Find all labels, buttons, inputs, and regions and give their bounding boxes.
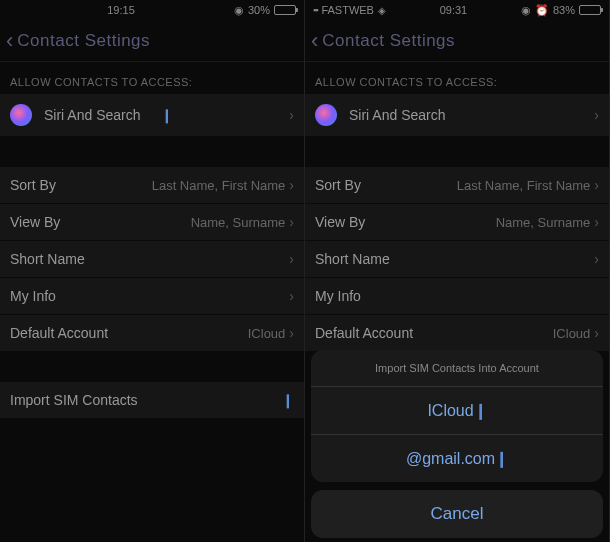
battery-icon [579, 5, 601, 15]
chevron-right-icon: › [289, 288, 294, 304]
siri-search-item[interactable]: Siri And Search ❙ › [0, 94, 304, 137]
my-info-item[interactable]: My Info › [0, 278, 304, 315]
action-cancel-button[interactable]: Cancel [311, 490, 603, 538]
sort-by-label: Sort By [315, 177, 457, 193]
chevron-right-icon: › [289, 177, 294, 193]
signal-icon: ▪▪ [313, 5, 317, 15]
action-option-gmail[interactable]: @gmail.com❙ [311, 435, 603, 482]
battery-percent: 30% [248, 4, 270, 16]
battery-percent: 83% [553, 4, 575, 16]
view-by-item[interactable]: View By Name, Surname › [0, 204, 304, 241]
nav-header: ‹ Contact Settings [0, 20, 304, 62]
chevron-right-icon: › [594, 325, 599, 341]
default-account-item[interactable]: Default Account ICloud › [0, 315, 304, 352]
sort-by-item[interactable]: Sort By Last Name, First Name › [0, 167, 304, 204]
cursor-icon: ❙ [161, 107, 173, 123]
view-by-item[interactable]: View By Name, Surname › [305, 204, 609, 241]
status-bar: 19:15 ◉ 30% [0, 0, 304, 20]
default-account-value: ICloud [553, 326, 591, 341]
sort-by-value: Last Name, First Name [457, 178, 591, 193]
default-account-label: Default Account [315, 325, 553, 341]
chevron-right-icon: › [594, 107, 599, 123]
default-account-item[interactable]: Default Account ICloud › [305, 315, 609, 352]
action-sheet: Import SIM Contacts Into Account ICloud❙… [311, 350, 603, 542]
status-time: 09:31 [386, 4, 521, 16]
sort-by-item[interactable]: Sort By Last Name, First Name › [305, 167, 609, 204]
chevron-right-icon: › [594, 251, 599, 267]
back-button[interactable]: ‹ [6, 28, 13, 54]
view-by-value: Name, Surname [191, 215, 286, 230]
back-button[interactable]: ‹ [311, 28, 318, 54]
short-name-label: Short Name [10, 251, 289, 267]
wifi-icon: ◈ [378, 5, 386, 16]
short-name-item[interactable]: Short Name › [0, 241, 304, 278]
siri-search-label: Siri And Search [44, 107, 161, 123]
section-access-header: ALLOW CONTACTS TO ACCESS: [0, 62, 304, 94]
sort-by-label: Sort By [10, 177, 152, 193]
siri-search-item[interactable]: Siri And Search › [305, 94, 609, 137]
page-title: Contact Settings [17, 31, 150, 51]
action-sheet-title: Import SIM Contacts Into Account [311, 350, 603, 387]
my-info-label: My Info [10, 288, 289, 304]
siri-icon [10, 104, 32, 126]
screen-right: ▪▪ FASTWEB ◈ 09:31 ◉ ⏰ 83% ‹ Contact Set… [305, 0, 610, 542]
chevron-right-icon: › [289, 107, 294, 123]
action-option-label: @gmail.com [406, 450, 495, 467]
chevron-right-icon: › [289, 251, 294, 267]
cursor-icon: ❙ [495, 450, 508, 467]
nav-header: ‹ Contact Settings [305, 20, 609, 62]
page-title: Contact Settings [322, 31, 455, 51]
my-info-label: My Info [315, 288, 599, 304]
cursor-icon: ❙ [282, 392, 294, 408]
short-name-item[interactable]: Short Name › [305, 241, 609, 278]
action-option-icloud[interactable]: ICloud❙ [311, 387, 603, 435]
default-account-label: Default Account [10, 325, 248, 341]
view-by-value: Name, Surname [496, 215, 591, 230]
spacer [0, 137, 304, 167]
chevron-right-icon: › [594, 214, 599, 230]
alarm-icon: ⏰ [535, 4, 549, 17]
chevron-right-icon: › [289, 214, 294, 230]
default-account-value: ICloud [248, 326, 286, 341]
location-icon: ◉ [521, 4, 531, 17]
view-by-label: View By [10, 214, 191, 230]
import-sim-item[interactable]: Import SIM Contacts ❙ [0, 382, 304, 419]
import-sim-label: Import SIM Contacts [10, 392, 282, 408]
status-bar: ▪▪ FASTWEB ◈ 09:31 ◉ ⏰ 83% [305, 0, 609, 20]
cursor-icon: ❙ [474, 402, 487, 419]
status-time: 19:15 [8, 4, 234, 16]
action-option-label: ICloud [427, 402, 473, 419]
short-name-label: Short Name [315, 251, 594, 267]
siri-search-label: Siri And Search [349, 107, 594, 123]
siri-icon [315, 104, 337, 126]
my-info-item[interactable]: My Info [305, 278, 609, 315]
view-by-label: View By [315, 214, 496, 230]
chevron-right-icon: › [289, 325, 294, 341]
battery-icon [274, 5, 296, 15]
chevron-right-icon: › [594, 177, 599, 193]
section-access-header: ALLOW CONTACTS TO ACCESS: [305, 62, 609, 94]
screen-left: 19:15 ◉ 30% ‹ Contact Settings ALLOW CON… [0, 0, 305, 542]
spacer [305, 137, 609, 167]
carrier-label: FASTWEB [321, 4, 374, 16]
sort-by-value: Last Name, First Name [152, 178, 286, 193]
spacer [0, 352, 304, 382]
location-icon: ◉ [234, 4, 244, 17]
